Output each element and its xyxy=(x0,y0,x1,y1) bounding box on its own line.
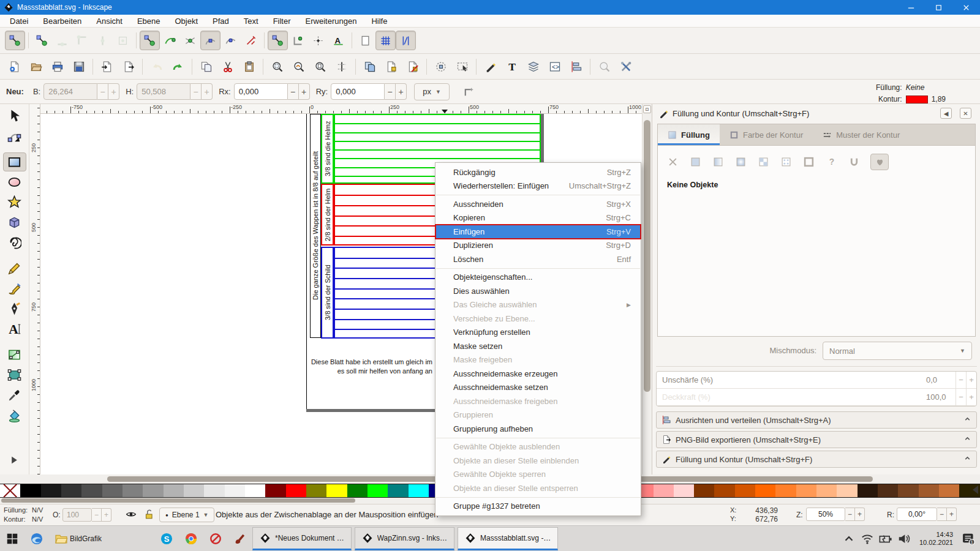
vertical-scrollbar-thumb[interactable] xyxy=(644,120,650,392)
tool-dropper[interactable] xyxy=(3,386,26,405)
context-item-gewählte-objekte-ausblenden[interactable]: Gewählte Objekte ausblenden xyxy=(435,440,641,454)
taskbar-window-button[interactable]: WapZinn.svg - Inks… xyxy=(355,527,454,550)
tool-ellipse[interactable] xyxy=(3,173,26,192)
cmd-btn-edit-find[interactable] xyxy=(594,56,615,77)
menu-pfad[interactable]: Pfad xyxy=(205,15,236,28)
snap-btn-snap-path-intersection[interactable] xyxy=(180,31,200,50)
dock-collapsed-panel[interactable]: Füllung und Kontur (Umschalt+Strg+F) xyxy=(656,451,977,468)
rotation-plus-button[interactable]: + xyxy=(947,508,957,521)
context-item-kopieren[interactable]: KopierenStrg+C xyxy=(435,211,641,225)
cmd-btn-document-new[interactable] xyxy=(4,56,25,77)
tool-node[interactable] xyxy=(3,127,26,146)
drawing-note-text[interactable]: Diese Blatt habe ich erstellt um gleich … xyxy=(310,358,432,376)
opacity-minus-button[interactable]: − xyxy=(92,508,102,522)
layer-visibility-icon[interactable] xyxy=(126,509,137,520)
blur-plus[interactable]: + xyxy=(966,372,976,388)
cmd-btn-document-save[interactable] xyxy=(68,56,89,77)
status-fill-value[interactable]: N/V xyxy=(32,506,43,514)
vertical-ruler[interactable]: 2505007501000 xyxy=(29,104,40,474)
snap-btn-snap-bbox-edge-mid[interactable] xyxy=(92,31,113,50)
palette-swatch[interactable] xyxy=(878,484,898,497)
snap-btn-snap-rotation-center[interactable] xyxy=(308,31,328,50)
palette-swatch[interactable] xyxy=(164,484,184,497)
dock-collapsed-panel[interactable]: PNG-Bild exportieren (Umschalt+Strg+E) xyxy=(656,431,977,448)
snap-btn-snap-bbox-corner[interactable] xyxy=(72,31,92,50)
context-item-gruppieren[interactable]: Gruppieren xyxy=(435,408,641,422)
vertical-scrollbar[interactable]: ◘ xyxy=(642,104,652,474)
tool-bucket[interactable] xyxy=(3,406,26,425)
browser-icon[interactable] xyxy=(24,527,49,551)
layer-selector[interactable]: ● Ebene 1 ▼ xyxy=(159,508,214,522)
layer-lock-icon[interactable] xyxy=(143,509,154,520)
blur-slider[interactable]: Unschärfe (%) 0,0 − + xyxy=(657,372,976,389)
drawing-outer-label[interactable]: Die ganze Größe des Wappen ist in 8/8 au… xyxy=(310,114,321,338)
wifi-icon[interactable] xyxy=(859,527,875,551)
palette-swatch[interactable] xyxy=(816,484,837,497)
brush-app-icon[interactable] xyxy=(228,527,252,551)
palette-swatch[interactable] xyxy=(245,484,265,497)
cmd-btn-zoom-selection[interactable] xyxy=(266,56,288,77)
palette-swatch[interactable] xyxy=(123,484,143,497)
ft-unset-button[interactable] xyxy=(848,156,860,168)
dock-collapsed-panel[interactable]: Ausrichten und verteilen (Umschalt+Strg+… xyxy=(656,411,977,429)
snap-btn-snap-cusp-node[interactable] xyxy=(200,31,221,50)
snap-btn-snap-smooth-node[interactable] xyxy=(221,31,241,50)
snap-btn-snap-bbox[interactable] xyxy=(32,31,52,50)
palette-swatch[interactable] xyxy=(265,484,285,497)
menu-filter[interactable]: Filter xyxy=(266,15,298,28)
folder-label[interactable]: BildGrafik xyxy=(70,534,102,543)
cmd-btn-dialog-fill-stroke[interactable] xyxy=(480,56,501,77)
palette-swatch[interactable] xyxy=(20,484,40,497)
context-item-duplizieren[interactable]: DuplizierenStrg+D xyxy=(435,239,641,253)
notification-center-icon[interactable]: 1 xyxy=(960,527,976,551)
tool-spiral[interactable] xyxy=(3,233,26,252)
palette-swatch[interactable] xyxy=(674,484,694,497)
field-b[interactable]: 26,264 xyxy=(43,83,97,100)
status-stroke-value[interactable]: N/V xyxy=(32,515,43,523)
palette-swatch[interactable] xyxy=(409,484,429,497)
unit-dropdown[interactable]: px▼ xyxy=(414,83,450,100)
context-item-einfügen[interactable]: EinfügenStrg+V xyxy=(435,225,641,239)
dock-tab-füllung[interactable]: Füllung xyxy=(658,124,720,145)
hud-stroke-width[interactable]: 1,89 xyxy=(930,94,947,105)
ft-pattern-button[interactable] xyxy=(757,156,769,168)
tool-3dbox[interactable] xyxy=(3,213,26,232)
snap-btn-snap-bbox-edge[interactable] xyxy=(52,31,72,50)
maximize-button[interactable] xyxy=(925,0,952,15)
palette-swatch[interactable] xyxy=(755,484,775,497)
cmd-btn-dialog-align[interactable] xyxy=(565,56,587,77)
context-item-maske-freigeben[interactable]: Maske freigeben xyxy=(435,353,641,367)
menu-ansicht[interactable]: Ansicht xyxy=(89,15,130,28)
context-item-löschen[interactable]: LöschenEntf xyxy=(435,252,641,266)
stepper-minus[interactable]: − xyxy=(97,83,108,100)
tool-mesh[interactable] xyxy=(3,365,26,384)
context-item-rückgängig[interactable]: RückgängigStrg+Z xyxy=(435,165,641,179)
section-label[interactable]: 3/8 sind die Helmz xyxy=(321,114,334,184)
palette-swatch[interactable] xyxy=(939,484,959,497)
cmd-btn-edit-copy[interactable] xyxy=(195,56,217,77)
cmd-btn-document-open[interactable] xyxy=(25,56,47,77)
cmd-btn-dialog-selectors[interactable] xyxy=(451,56,473,77)
tool-pencil[interactable] xyxy=(3,259,26,278)
snap-btn-snap-line-midpoint[interactable] xyxy=(241,31,261,50)
cmd-btn-dialog-layers[interactable] xyxy=(522,56,544,77)
chevron-up-icon[interactable] xyxy=(963,435,971,444)
cmd-btn-view-symbols[interactable] xyxy=(430,56,451,77)
horizontal-ruler[interactable]: -750-500-25002505007501000 xyxy=(40,104,642,114)
cmd-btn-edit-paste[interactable] xyxy=(238,56,260,77)
palette-swatch[interactable] xyxy=(796,484,816,497)
opacity-value[interactable]: 100,0 xyxy=(926,392,956,402)
cmd-btn-dialog-xml[interactable]: <> xyxy=(544,56,565,77)
cmd-btn-edit-clone[interactable] xyxy=(380,56,402,77)
zoom-minus-button[interactable]: − xyxy=(845,508,855,521)
zoom-plus-button[interactable]: + xyxy=(855,508,865,521)
palette-swatch[interactable] xyxy=(898,484,918,497)
menu-hilfe[interactable]: Hilfe xyxy=(364,15,394,28)
menu-text[interactable]: Text xyxy=(236,15,266,28)
tool-select[interactable] xyxy=(3,107,26,126)
ft-flat-button[interactable] xyxy=(689,156,701,168)
skype-icon[interactable]: S xyxy=(154,527,179,551)
palette-swatch[interactable] xyxy=(919,484,939,497)
context-item-dies-auswählen[interactable]: Dies auswählen xyxy=(435,284,641,298)
cmd-btn-zoom-page[interactable] xyxy=(309,56,331,77)
